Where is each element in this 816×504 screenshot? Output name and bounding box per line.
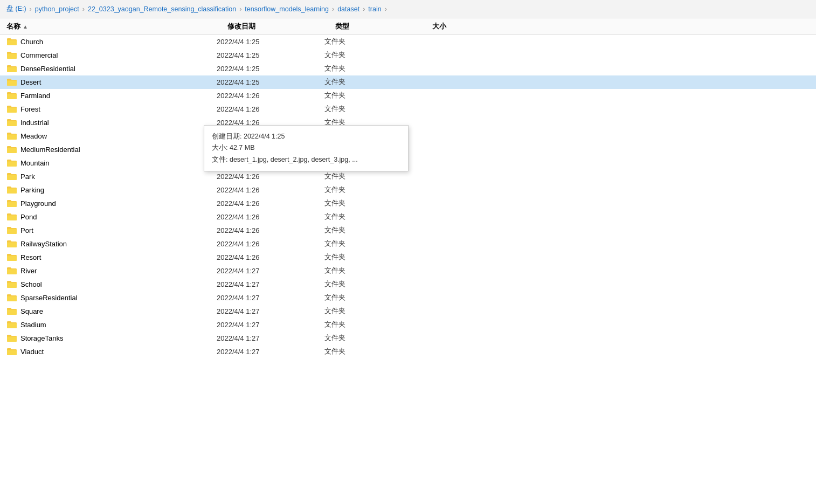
table-row[interactable]: Desert 2022/4/4 1:25 文件夹 <box>0 75 816 89</box>
folder-name: Forest <box>20 105 40 113</box>
cell-name: Playground <box>6 199 217 208</box>
cell-date: 2022/4/4 1:25 <box>217 65 324 73</box>
cell-type: 文件夹 <box>324 333 421 343</box>
table-row[interactable]: Parking 2022/4/4 1:26 文件夹 <box>0 183 816 197</box>
breadcrumb-part-4[interactable]: dataset <box>337 5 359 13</box>
folder-name: Playground <box>20 199 56 208</box>
folder-icon <box>6 293 17 302</box>
cell-name: RailwayStation <box>6 239 217 248</box>
table-row[interactable]: DenseResidential 2022/4/4 1:25 文件夹 <box>0 62 816 75</box>
table-row[interactable]: Resort 2022/4/4 1:26 文件夹 <box>0 251 816 264</box>
table-row[interactable]: StorageTanks 2022/4/4 1:27 文件夹 <box>0 332 816 345</box>
folder-icon <box>6 320 17 329</box>
cell-name: Viaduct <box>6 347 217 356</box>
col-header-name[interactable]: 名称 ▲ <box>6 22 227 31</box>
folder-icon <box>6 37 17 46</box>
col-header-type[interactable]: 类型 <box>335 22 432 31</box>
cell-name: Desert <box>6 78 217 86</box>
table-row[interactable]: Pond 2022/4/4 1:26 文件夹 <box>0 210 816 224</box>
folder-name: Viaduct <box>20 348 44 356</box>
folder-icon <box>6 199 17 208</box>
cell-type: 文件夹 <box>324 225 421 235</box>
cell-name: Forest <box>6 105 217 113</box>
cell-date: 2022/4/4 1:26 <box>217 92 324 100</box>
col-header-size[interactable]: 大小 <box>432 22 497 31</box>
table-row[interactable]: Square 2022/4/4 1:27 文件夹 <box>0 305 816 318</box>
cell-type: 文件夹 <box>324 50 421 60</box>
cell-name: MediumResidential <box>6 145 217 154</box>
cell-date: 2022/4/4 1:27 <box>217 267 324 275</box>
table-row[interactable]: River 2022/4/4 1:27 文件夹 <box>0 264 816 278</box>
folder-name: Commercial <box>20 51 58 59</box>
folder-icon <box>6 347 17 356</box>
folder-name: Park <box>20 172 35 181</box>
folder-icon <box>6 64 17 73</box>
cell-name: Industrial <box>6 118 217 127</box>
cell-date: 2022/4/4 1:27 <box>217 348 324 356</box>
cell-name: Park <box>6 172 217 181</box>
table-row[interactable]: Playground 2022/4/4 1:26 文件夹 <box>0 197 816 210</box>
folder-icon <box>6 78 17 86</box>
folder-name: Church <box>20 38 43 46</box>
cell-date: 2022/4/4 1:25 <box>217 51 324 59</box>
folder-name: Resort <box>20 253 41 261</box>
cell-name: Meadow <box>6 132 217 140</box>
folder-name: Parking <box>20 186 44 194</box>
cell-name: River <box>6 266 217 275</box>
folder-icon <box>6 307 17 315</box>
folder-name: StorageTanks <box>20 334 64 342</box>
folder-name: Square <box>20 307 43 315</box>
breadcrumb-part-5[interactable]: train <box>368 5 381 13</box>
folder-icon <box>6 253 17 261</box>
col-header-date[interactable]: 修改日期 <box>227 22 335 31</box>
table-row[interactable]: Viaduct 2022/4/4 1:27 文件夹 <box>0 345 816 358</box>
folder-name: Mountain <box>20 159 49 167</box>
folder-name: River <box>20 267 37 275</box>
cell-type: 文件夹 <box>324 198 421 208</box>
folder-icon <box>6 51 17 59</box>
sort-arrow-name: ▲ <box>23 24 28 30</box>
table-row[interactable]: SparseResidential 2022/4/4 1:27 文件夹 <box>0 291 816 305</box>
table-row[interactable]: School 2022/4/4 1:27 文件夹 <box>0 278 816 291</box>
cell-type: 文件夹 <box>324 266 421 275</box>
breadcrumb-part-0[interactable]: 盘 (E:) <box>6 4 26 13</box>
breadcrumb-part-1[interactable]: python_project <box>35 5 79 13</box>
table-row[interactable]: Port 2022/4/4 1:26 文件夹 <box>0 224 816 237</box>
cell-name: Stadium <box>6 320 217 329</box>
folder-icon <box>6 185 17 194</box>
folder-name: Pond <box>20 213 37 221</box>
file-list: Church 2022/4/4 1:25 文件夹 Commercial 2022… <box>0 35 816 358</box>
cell-date: 2022/4/4 1:26 <box>217 253 324 261</box>
table-row[interactable]: Farmland 2022/4/4 1:26 文件夹 <box>0 89 816 102</box>
table-row[interactable]: Park 2022/4/4 1:26 文件夹 <box>0 170 816 183</box>
table-row[interactable]: Forest 2022/4/4 1:26 文件夹 <box>0 102 816 116</box>
folder-icon <box>6 239 17 248</box>
cell-name: Mountain <box>6 158 217 167</box>
cell-name: Farmland <box>6 91 217 100</box>
folder-name: Stadium <box>20 321 46 329</box>
folder-name: Meadow <box>20 132 47 140</box>
cell-date: 2022/4/4 1:26 <box>217 199 324 208</box>
table-row[interactable]: RailwayStation 2022/4/4 1:26 文件夹 <box>0 237 816 251</box>
cell-name: Church <box>6 37 217 46</box>
cell-type: 文件夹 <box>324 77 421 87</box>
table-row[interactable]: Stadium 2022/4/4 1:27 文件夹 <box>0 318 816 332</box>
folder-name: Desert <box>20 78 41 86</box>
cell-type: 文件夹 <box>324 279 421 289</box>
folder-name: DenseResidential <box>20 65 75 73</box>
folder-icon <box>6 118 17 127</box>
table-row[interactable]: Commercial 2022/4/4 1:25 文件夹 <box>0 49 816 62</box>
cell-date: 2022/4/4 1:27 <box>217 307 324 315</box>
breadcrumb-part-2[interactable]: 22_0323_yaogan_Remote_sensing_classifica… <box>88 5 236 13</box>
folder-name: Farmland <box>20 92 50 100</box>
cell-type: 文件夹 <box>324 91 421 100</box>
folder-icon <box>6 91 17 100</box>
table-row[interactable]: Church 2022/4/4 1:25 文件夹 <box>0 35 816 49</box>
cell-date: 2022/4/4 1:27 <box>217 294 324 302</box>
cell-date: 2022/4/4 1:26 <box>217 172 324 181</box>
cell-type: 文件夹 <box>324 293 421 302</box>
folder-icon <box>6 212 17 221</box>
cell-name: Commercial <box>6 51 217 59</box>
folder-name: School <box>20 280 42 288</box>
breadcrumb-part-3[interactable]: tensorflow_models_learning <box>245 5 329 13</box>
